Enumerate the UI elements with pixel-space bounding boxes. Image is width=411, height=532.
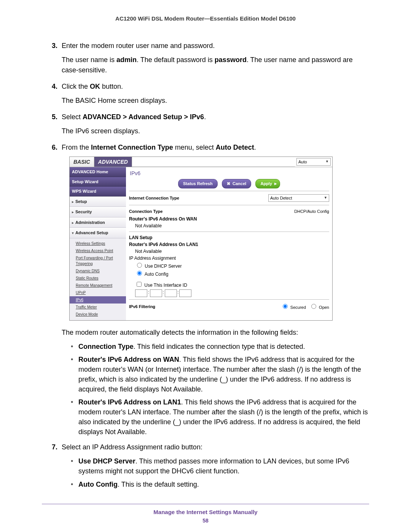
cancel-button[interactable]: ✖Cancel bbox=[222, 179, 251, 189]
radio-open-label: Open bbox=[319, 305, 329, 310]
step-6-after: The modem router automatically detects t… bbox=[62, 328, 369, 338]
nav-administration[interactable]: Administration bbox=[70, 217, 126, 228]
lan1-addr-value: Not Available bbox=[129, 248, 329, 255]
step-7-num: 7. bbox=[52, 442, 62, 492]
nav-ipv6[interactable]: IPv6 bbox=[70, 296, 126, 304]
step-5: 5. Select ADVANCED > Advanced Setup > IP… bbox=[52, 112, 369, 140]
step-4-line1: Click the OK button. bbox=[62, 81, 369, 92]
step-3-line1: Enter the modem router user name and pas… bbox=[62, 41, 369, 51]
wan-addr-value: Not Available bbox=[129, 222, 329, 229]
step-5-num: 5. bbox=[52, 112, 62, 140]
bullet-auto-config: • Auto Config. This is the default setti… bbox=[71, 479, 369, 489]
interface-id-inputs: ::: bbox=[129, 289, 329, 297]
radio-secured-label: Secured bbox=[290, 305, 306, 310]
connection-type-value: DHCP/Auto Config bbox=[294, 208, 329, 215]
ict-label: Internet Connection Type bbox=[129, 195, 179, 201]
doc-header: AC1200 WiFi DSL Modem Router—Essentials … bbox=[42, 15, 369, 22]
step-5-line2: The IPv6 screen displays. bbox=[62, 126, 369, 136]
nav-wireless-ap[interactable]: Wireless Access Point bbox=[76, 247, 126, 254]
caret-down-icon: ▼ bbox=[325, 159, 329, 165]
nav-wps-wizard[interactable]: WPS Wizard bbox=[70, 187, 126, 197]
play-icon: ▶ bbox=[274, 182, 277, 186]
step-6-num: 6. bbox=[52, 142, 62, 440]
radio-open[interactable] bbox=[311, 304, 316, 309]
radio-secured[interactable] bbox=[283, 304, 288, 309]
step-7-line1: Select an IP Address Assignment radio bu… bbox=[62, 442, 369, 452]
step-6: 6. From the Internet Connection Type men… bbox=[52, 142, 369, 440]
radio-auto-config[interactable] bbox=[137, 271, 142, 276]
nav-setup-wizard[interactable]: Setup Wizard bbox=[70, 177, 126, 187]
tab-basic[interactable]: BASIC bbox=[70, 157, 94, 167]
step-4: 4. Click the OK button. The BASIC Home s… bbox=[52, 81, 369, 110]
nav-port-forwarding[interactable]: Port Forwarding / Port Triggering bbox=[76, 254, 126, 267]
iface-id-3[interactable] bbox=[165, 289, 177, 297]
nav-setup[interactable]: Setup bbox=[70, 197, 126, 207]
pane-title: IPv6 bbox=[130, 169, 329, 177]
step-4-line2: The BASIC Home screen displays. bbox=[62, 96, 369, 106]
step-3-num: 3. bbox=[52, 41, 62, 79]
radio-use-dhcp-label: Use DHCP Server bbox=[145, 264, 182, 269]
nav-upnp[interactable]: UPnP bbox=[76, 289, 126, 296]
nav-advanced-setup[interactable]: Advanced Setup bbox=[70, 228, 126, 238]
apply-button[interactable]: Apply▶ bbox=[255, 179, 280, 189]
nav-dynamic-dns[interactable]: Dynamic DNS bbox=[76, 267, 126, 275]
bullet-wan-addr: • Router's IPv6 Address on WAN. This fie… bbox=[71, 355, 369, 394]
footer-section: Manage the Internet Settings Manually bbox=[42, 509, 369, 515]
footer-page-number: 58 bbox=[42, 518, 369, 524]
step-3-line2: The user name is admin. The default pass… bbox=[62, 55, 369, 75]
step-4-num: 4. bbox=[52, 81, 62, 110]
nav-wireless-settings[interactable]: Wireless Settings bbox=[76, 240, 126, 247]
step-5-line1: Select ADVANCED > Advanced Setup > IPv6. bbox=[62, 112, 369, 122]
tab-advanced[interactable]: ADVANCED bbox=[94, 157, 132, 167]
connection-type-label: Connection Type bbox=[129, 208, 162, 215]
ipv6-filtering-label: IPv6 Filtering bbox=[129, 304, 155, 310]
step-7: 7. Select an IP Address Assignment radio… bbox=[52, 442, 369, 492]
nav-static-routes[interactable]: Static Routes bbox=[76, 275, 126, 282]
caret-down-icon: ▼ bbox=[324, 195, 327, 201]
step-3: 3. Enter the modem router user name and … bbox=[52, 41, 369, 79]
router-screenshot: BASIC ADVANCED Auto ▼ ADVANCED Home Setu… bbox=[69, 157, 333, 321]
close-icon: ✖ bbox=[227, 181, 230, 186]
bullet-lan-addr: • Router's IPv6 Address on LAN1. This fi… bbox=[71, 397, 369, 437]
step-6-line1: From the Internet Connection Type menu, … bbox=[62, 142, 369, 153]
checkbox-use-interface-id-label: Use This Interface ID bbox=[144, 283, 187, 288]
nav-advanced-home[interactable]: ADVANCED Home bbox=[70, 167, 126, 177]
main-pane: IPv6 Status Refresh ✖Cancel Apply▶ Inter… bbox=[126, 167, 332, 320]
lan1-addr-label: Router's IPv6 Address On LAN1 bbox=[129, 241, 329, 248]
wan-addr-label: Router's IPv6 Address On WAN bbox=[129, 216, 329, 222]
bullet-connection-type: • Connection Type. This field indicates … bbox=[71, 342, 369, 351]
lan-setup-label: LAN Setup bbox=[129, 234, 329, 241]
iface-id-1[interactable] bbox=[135, 289, 147, 297]
nav-remote-management[interactable]: Remote Management bbox=[76, 282, 126, 289]
footer-separator bbox=[42, 504, 369, 504]
nav-device-mode[interactable]: Device Mode bbox=[76, 311, 126, 318]
ict-select[interactable]: Auto Detect ▼ bbox=[268, 194, 329, 202]
iface-id-4[interactable] bbox=[179, 289, 191, 297]
ip-assignment-label: IP Address Assignment bbox=[129, 255, 329, 262]
sidebar: ADVANCED Home Setup Wizard WPS Wizard Se… bbox=[70, 167, 126, 320]
language-select[interactable]: Auto ▼ bbox=[296, 158, 331, 166]
nav-traffic-meter[interactable]: Traffic Meter bbox=[76, 304, 126, 311]
radio-auto-config-label: Auto Config bbox=[145, 272, 169, 277]
iface-id-2[interactable] bbox=[150, 289, 162, 297]
checkbox-use-interface-id[interactable] bbox=[137, 282, 142, 287]
nav-security[interactable]: Security bbox=[70, 207, 126, 217]
bullet-use-dhcp: • Use DHCP Server. This method passes mo… bbox=[71, 456, 369, 476]
status-refresh-button[interactable]: Status Refresh bbox=[178, 179, 218, 189]
radio-use-dhcp[interactable] bbox=[137, 263, 142, 268]
